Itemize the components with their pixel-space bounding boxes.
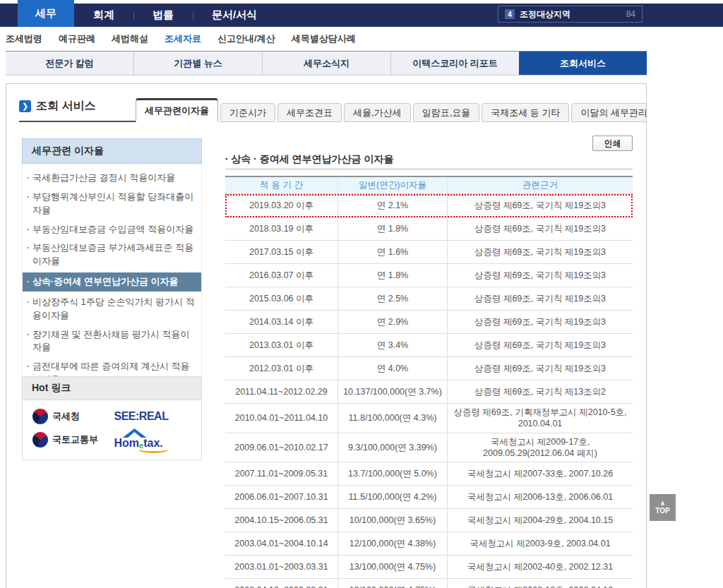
subnav-item[interactable]: 신고안내/계산 (217, 32, 275, 45)
cell-rate: 연 1.8% (338, 264, 448, 287)
link-seereal[interactable]: SEE:REAL (114, 410, 196, 423)
table-body: 2019.03.20 이후 연 2.1% 상증령 제69조, 국기칙 제19조의… (225, 194, 633, 588)
cell-period: 2007.11.01~2009.05.31 (225, 462, 338, 485)
table-title-rule (225, 169, 633, 169)
lookup-tab[interactable]: 이달의 세무관리 (571, 103, 647, 122)
top-nav-bar: 세무회계법률문서/서식 4 조정대상지역 84 (0, 0, 723, 27)
subnav-item[interactable]: 세목별상담사례 (292, 32, 356, 45)
notice-count: 84 (626, 9, 635, 19)
section-tab-bar: 전문가 칼럼기관별 뉴스세무소식지이택스코리아 리포트조회서비스 (6, 51, 647, 76)
cell-rate: 13/100,000(연 4.75%) (338, 579, 448, 588)
cell-basis: 국세청고시 제2009-17호, 2009.05.29(2012.06.04 폐… (448, 433, 633, 462)
cell-period: 2002.04.10~2003.03.31 (225, 579, 338, 588)
link-nts[interactable]: 국세청 (32, 409, 114, 424)
hometax-text: Hom (114, 437, 140, 449)
cell-period: 2011.04.11~2012.02.29 (225, 380, 338, 403)
table-row: 2013.03.01 이후 연 3.4% 상증령 제69조, 국기칙 제19조의… (225, 334, 633, 357)
section-tab[interactable]: 세무소식지 (262, 52, 390, 75)
top-nav-item[interactable]: 세무 (18, 0, 74, 27)
sidebar-item[interactable]: 부동산임대보증금 부가세과세표준 적용이자율 (23, 239, 201, 271)
sidebar-item[interactable]: 국세환급가산금 결정시 적용이자율 (23, 169, 201, 188)
cell-basis: 상증령 제69조, 국기칙 제19조의3 (448, 217, 633, 240)
table-row: 2012.03.01 이후 연 4.0% 상증령 제69조, 국기칙 제19조의… (225, 357, 633, 380)
cell-period: 2012.03.01 이후 (225, 357, 338, 380)
table-row: 2006.06.01~2007.10.31 11.5/100,000(연 4.2… (225, 486, 633, 509)
table-row: 2003.01.01~2003.03.31 13/100,000(연 4.75%… (225, 556, 633, 579)
table-row: 2018.03.19 이후 연 1.8% 상증령 제69조, 국기칙 제19조의… (225, 217, 633, 241)
link-hometax[interactable]: Hometax. (114, 430, 174, 450)
section-tab[interactable]: 조회서비스 (519, 52, 647, 75)
sidebar-item[interactable]: 부동산임대보증금 수입금액 적용이자율 (23, 220, 201, 239)
interest-rate-table: 적 용 기 간일변(연간)이자율관련근거 2019.03.20 이후 연 2.1… (225, 176, 633, 588)
lookup-tab[interactable]: 세무관련이자율 (136, 98, 218, 122)
section-tab[interactable]: 이택스코리아 리포트 (390, 52, 519, 75)
subnav-item[interactable]: 예규판례 (59, 32, 95, 45)
lookup-tab[interactable]: 기준시가 (220, 103, 275, 122)
cell-rate: 10.137/100,000(연 3.7%) (338, 380, 448, 403)
notice-box[interactable]: 4 조정대상지역 84 (498, 6, 643, 23)
cell-basis: 상증령 제69조, 국기칙 제19조의3 (448, 194, 633, 217)
cell-period: 2014.03.14 이후 (225, 311, 338, 333)
cell-basis: 상증령 제69조, 기획재정부고시 제2010-5호, 2010.04.01 (448, 404, 633, 433)
section-tab[interactable]: 전문가 칼럼 (6, 52, 133, 75)
table-header-cell: 일변(연간)이자율 (338, 177, 448, 193)
print-button[interactable]: 인쇄 (592, 136, 633, 151)
cell-period: 2006.06.01~2007.10.31 (225, 486, 338, 508)
sidebar-item[interactable]: 상속·증여세 연부연납가산금 이자율 (23, 272, 201, 292)
section-tab[interactable]: 기관별 뉴스 (133, 52, 262, 75)
table-row: 2003.04.01~2004.10.14 12/100,000(연 4.38%… (225, 532, 633, 556)
subnav-item[interactable]: 조세자료 (165, 32, 201, 45)
cell-rate: 연 2.1% (338, 194, 448, 217)
scroll-top-button[interactable]: ∧ TOP (650, 494, 676, 521)
cell-basis: 국세청고시 제2006-13호, 2006.06.01 (448, 486, 633, 508)
link-nts-label: 국세청 (52, 410, 80, 423)
cell-rate: 10/100,000(연 3.65%) (338, 509, 448, 532)
cell-rate: 12/100,000(연 4.38%) (338, 532, 448, 555)
cell-period: 2018.03.19 이후 (225, 217, 338, 240)
sidebar-item[interactable]: 장기채권 및 전환사채등 평가시 적용이자율 (23, 325, 201, 358)
table-row: 2016.03.07 이후 연 1.8% 상증령 제69조, 국기칙 제19조의… (225, 264, 633, 287)
table-row: 2017.03.15 이후 연 1.6% 상증령 제69조, 국기칙 제19조의… (225, 241, 633, 264)
cell-rate: 연 1.8% (338, 217, 448, 240)
table-row: 2011.04.11~2012.02.29 10.137/100,000(연 3… (225, 380, 633, 404)
lookup-tab[interactable]: 일람표,요율 (413, 103, 480, 122)
subnav-item[interactable]: 조세법령 (6, 32, 42, 45)
sidebar-title: 세무관련 이자율 (22, 138, 202, 164)
table-row: 2014.03.14 이후 연 2.9% 상증령 제69조, 국기칙 제19조의… (225, 311, 633, 334)
notice-label: 조정대상지역 (520, 8, 626, 20)
table-row: 2009.06.01~2010.02.17 9.3/100,000(연 3.39… (225, 433, 633, 463)
cell-period: 2016.03.07 이후 (225, 264, 338, 287)
sidebar-item[interactable]: 부당행위계산부인시 적용할 당좌대출이자율 (23, 188, 201, 220)
link-molit[interactable]: 국토교통부 (32, 432, 114, 448)
cell-period: 2009.06.01~2010.02.17 (225, 433, 338, 462)
cell-period: 2010.04.01~2011.04.10 (225, 404, 338, 433)
cell-basis: 상증령 제69조, 국기칙 제19조의3 (448, 357, 633, 380)
lookup-tab[interactable]: 국제조세 등 기타 (482, 103, 569, 122)
cell-rate: 13.7/100,000(연 5.0%) (338, 462, 448, 485)
table-header-cell: 관련근거 (448, 177, 633, 193)
lookup-tab[interactable]: 세무조견표 (277, 103, 342, 122)
top-nav-item[interactable]: 문서/서식 (193, 4, 276, 27)
cell-period: 2004.10.15~2006.05.31 (225, 509, 338, 532)
page-title: 조회 서비스 (36, 99, 95, 114)
table-row: 2002.04.10~2003.03.31 13/100,000(연 4.75%… (225, 579, 633, 588)
cell-period: 2017.03.15 이후 (225, 241, 338, 263)
cell-basis: 국세청고시 제2002-40호, 2002.12.31 (448, 556, 633, 578)
content-panel: ❯ 조회 서비스 세무관련이자율기준시가세무조견표세율,가산세일람표,요율국제조… (6, 83, 647, 588)
sidebar-item[interactable]: 비상장주식 1주당 순손익가치 평가시 적용이자율 (23, 293, 201, 325)
cell-rate: 11.8/100,000(연 4.3%) (338, 404, 448, 433)
cell-basis: 상증령 제69조, 국기칙 제13조의2 (448, 380, 633, 403)
cell-rate: 9.3/100,000(연 3.39%) (338, 433, 448, 462)
cell-rate: 13/100,000(연 4.75%) (338, 556, 448, 578)
cell-basis: 국세청고시 제2007-33호, 2007.10.26 (448, 462, 633, 485)
lookup-tab[interactable]: 세율,가산세 (344, 103, 411, 122)
subnav-item[interactable]: 세법해설 (112, 32, 148, 45)
cell-basis: 국세청고시 제2004-29호, 2004.10.15 (448, 509, 633, 532)
cell-period: 2019.03.20 이후 (225, 194, 338, 217)
top-nav-item[interactable]: 회계 (74, 4, 133, 27)
cell-rate: 연 2.5% (338, 287, 448, 310)
top-nav-item[interactable]: 법률 (133, 4, 193, 27)
table-row: 2015.03.06 이후 연 2.5% 상증령 제69조, 국기칙 제19조의… (225, 287, 633, 311)
table-header-row: 적 용 기 간일변(연간)이자율관련근거 (225, 177, 633, 194)
cell-period: 2003.01.01~2003.03.31 (225, 556, 338, 578)
